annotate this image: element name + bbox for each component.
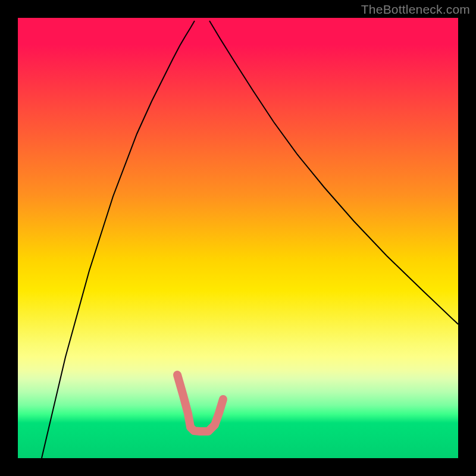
curves-svg [18, 18, 458, 458]
chart-frame: TheBottleneck.com [0, 0, 476, 476]
curve-left [42, 21, 195, 458]
highlight-band [177, 375, 223, 431]
watermark-text: TheBottleneck.com [361, 2, 470, 17]
curve-right [209, 21, 458, 324]
plot-area [18, 18, 458, 458]
